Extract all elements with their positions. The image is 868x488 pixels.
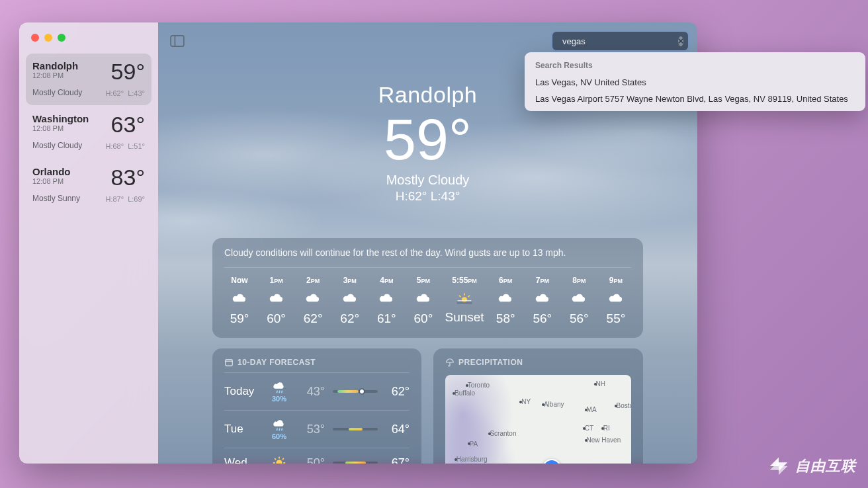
hour-temp: 55° [607, 311, 626, 326]
search-result-item[interactable]: Las Vegas Airport 5757 Wayne Newton Blvd… [525, 91, 865, 107]
forecast-high: 62° [386, 385, 410, 399]
map-city-label: MA [587, 406, 597, 413]
hour-column: 3PM62° [335, 276, 365, 326]
location-hl: H:87° L:69° [105, 195, 145, 203]
forecast-row[interactable]: Wed 50° 67° [224, 448, 410, 464]
hour-label: 7PM [536, 276, 549, 285]
cloud-icon [342, 290, 358, 306]
sunset-icon [456, 290, 473, 305]
map-city-label: Albany [544, 401, 564, 408]
locations-list: Randolph 12:08 PM 59° Mostly Cloudy H:62… [19, 54, 158, 211]
location-hl: H:68° L:51° [105, 142, 145, 150]
hour-label: Now [231, 276, 247, 285]
hour-label: 8PM [572, 276, 586, 285]
umbrella-icon [445, 358, 455, 367]
hour-label: 6PM [499, 276, 512, 285]
hour-temp: 62° [304, 311, 323, 326]
hour-column: 7PM56° [527, 276, 558, 326]
hour-label: 1PM [269, 276, 282, 285]
cloud-icon [269, 290, 284, 306]
hour-temp: 56° [570, 311, 589, 326]
search-result-item[interactable]: Las Vegas, NV United States [525, 74, 865, 91]
search-box[interactable] [552, 32, 688, 50]
sidebar-location-washington[interactable]: Washington 12:08 PM 63° Mostly Cloudy H:… [26, 106, 152, 158]
calendar-icon [224, 358, 234, 367]
svg-rect-10 [457, 301, 472, 304]
svg-rect-0 [171, 36, 184, 46]
hour-column: 8PM56° [564, 276, 594, 326]
hour-temp: 59° [230, 311, 249, 326]
forecast-low: 53° [301, 423, 325, 436]
location-name: Randolph [32, 60, 78, 71]
map-city-label: Scranton [490, 430, 516, 437]
search-input[interactable] [562, 36, 673, 46]
maximize-button[interactable] [58, 34, 65, 42]
hour-temp: 58° [496, 311, 515, 326]
map-city-label: Toronto [468, 382, 490, 389]
map-city-dot [585, 409, 587, 411]
cloud-icon [608, 290, 624, 306]
close-button[interactable] [31, 34, 39, 42]
map-city-label: RI [603, 425, 610, 432]
svg-line-9 [468, 296, 470, 297]
hourly-forecast[interactable]: Now59°1PM60°2PM62°3PM62°4PM61°5PM60°5:55… [224, 268, 631, 329]
map-city-dot [594, 383, 597, 386]
cloud-rain-icon [272, 380, 286, 395]
hourly-summary: Cloudy conditions will continue for the … [224, 247, 631, 268]
precipitation-header: PRECIPITATION [445, 358, 631, 372]
svg-line-18 [279, 428, 280, 431]
forecast-row[interactable]: Tue 60% 53° 64° [224, 410, 410, 448]
hour-label: 3PM [343, 276, 357, 285]
map-city-dot [601, 427, 604, 430]
clear-search-button[interactable] [678, 36, 683, 46]
forecast-low: 50° [301, 456, 325, 464]
svg-line-8 [459, 296, 460, 297]
hour-temp: 56° [533, 311, 552, 326]
forecast-header: 10-DAY FORECAST [224, 358, 410, 372]
close-icon [678, 38, 683, 44]
precipitation-map[interactable]: NHTorontoBuffaloNYAlbanyBostonMACTRIScra… [445, 375, 631, 464]
hour-column: 9PM55° [601, 276, 631, 326]
hour-column: 5:55PMSunset [445, 276, 484, 326]
temp-range-bar [333, 462, 378, 464]
forecast-low: 43° [301, 385, 325, 399]
cloud-icon [415, 290, 431, 306]
location-condition: Mostly Cloudy [32, 88, 82, 97]
hour-label: 5PM [417, 276, 430, 285]
precipitation-card: PRECIPITATION NHTorontoBuffaloNYAlbanyBo… [433, 348, 643, 464]
forecast-row[interactable]: Today 30% 43° 62° [224, 372, 410, 410]
cloud-icon [535, 290, 550, 306]
forecast-card: 10-DAY FORECAST Today 30% 43° 62° Tue 60… [212, 348, 421, 464]
cloud-icon [498, 290, 513, 306]
watermark-icon [766, 454, 791, 479]
hour-column: 5PM60° [408, 276, 439, 326]
svg-point-20 [276, 460, 282, 464]
sidebar-toggle-icon[interactable] [170, 35, 185, 47]
map-city-label: Boston [617, 402, 631, 409]
toolbar [158, 22, 697, 50]
map-city-label: NY [521, 398, 531, 405]
forecast-list: Today 30% 43° 62° Tue 60% 53° 64° Wed 50… [224, 372, 410, 464]
location-temp: 59° [111, 60, 145, 83]
location-time: 12:08 PM [32, 124, 89, 132]
map-city-dot [585, 439, 587, 442]
search-results-header: Search Results [525, 59, 865, 74]
sidebar-location-orlando[interactable]: Orlando 12:08 PM 83° Mostly Sunny H:87° … [26, 159, 152, 211]
temp-range-bar [333, 428, 378, 430]
minimize-button[interactable] [44, 34, 52, 42]
precip-chance: 60% [272, 432, 286, 440]
location-condition: Mostly Cloudy [32, 141, 82, 150]
map-city-dot [488, 432, 491, 435]
forecast-high: 67° [386, 456, 410, 464]
sidebar-location-randolph[interactable]: Randolph 12:08 PM 59° Mostly Cloudy H:62… [26, 54, 152, 105]
hour-temp: 61° [377, 311, 396, 326]
svg-line-25 [275, 458, 276, 460]
hour-column: 6PM58° [490, 276, 521, 326]
map-city-label: Buffalo [455, 389, 475, 397]
hour-temp: Sunset [445, 310, 484, 325]
svg-line-28 [282, 458, 284, 460]
hour-column: Now59° [224, 276, 255, 326]
precip-chance: 30% [272, 395, 286, 403]
forecast-day: Tue [224, 423, 257, 436]
svg-line-16 [282, 391, 282, 393]
